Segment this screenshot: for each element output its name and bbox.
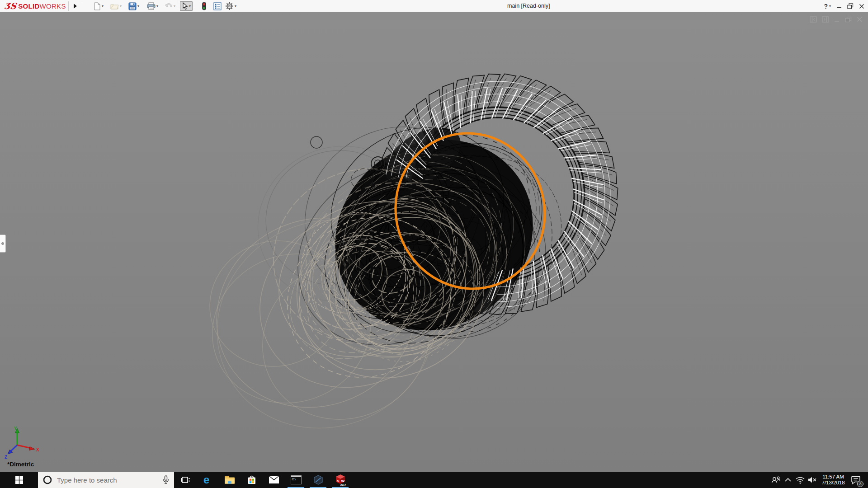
doc-close-button[interactable] [857, 16, 863, 23]
doc-restore-button[interactable] [845, 16, 852, 23]
gear-icon [225, 2, 234, 10]
featuremanager-tab-dot-icon [1, 242, 4, 245]
hexagon-app-icon [312, 474, 324, 486]
sw-icon-w: W [341, 479, 344, 483]
save-button[interactable]: ▾ [128, 1, 139, 11]
brand-name: SOLIDWORKS [18, 2, 66, 10]
taskbar-app-mail[interactable] [263, 472, 285, 488]
pane-right-button[interactable] [822, 16, 829, 23]
cortana-icon [42, 475, 52, 485]
featuremanager-collapsed-tab[interactable] [0, 235, 6, 253]
select-tool-button[interactable]: ▾ [180, 1, 193, 11]
solidworks-2017-icon: S W 2017 [334, 474, 347, 486]
action-center-button[interactable]: 3 [848, 472, 863, 488]
sw-icon-s: S [337, 479, 340, 483]
people-button[interactable] [769, 472, 782, 488]
undo-button[interactable]: ▾ [165, 1, 175, 11]
edge-icon: e [202, 474, 213, 486]
window-title: main [Read-only] [507, 0, 550, 12]
cmd-icon-text: C:\_ [292, 478, 297, 481]
print-button[interactable]: ▾ [147, 1, 158, 11]
clock-date: 7/13/2018 [818, 480, 848, 486]
solidworks-logo: ƷS SOLIDWORKS [5, 0, 66, 12]
model-viewport[interactable]: Y X Z *Dimetric [0, 12, 868, 472]
open-button[interactable]: ▾ [110, 1, 122, 11]
notification-badge: 3 [857, 481, 863, 487]
windows-logo-icon [15, 476, 23, 484]
new-document-button[interactable]: ▾ [93, 1, 104, 11]
help-button[interactable]: ? ▾ [824, 3, 831, 10]
taskbar-app-edge[interactable]: e [196, 472, 218, 488]
doc-minimize-button[interactable] [834, 16, 840, 23]
mail-icon [268, 475, 280, 485]
help-label: ? [824, 3, 828, 10]
print-icon [147, 2, 156, 10]
separator [68, 1, 69, 11]
taskbar-app-solidworks[interactable]: S W 2017 [329, 472, 351, 488]
task-pane-button[interactable] [213, 1, 222, 11]
dropdown-caret[interactable]: ▾ [829, 5, 831, 8]
titlebar: ƷS SOLIDWORKS ▾ ▾ ▾ [0, 0, 868, 12]
separator [82, 1, 82, 11]
network-button[interactable] [794, 472, 806, 488]
start-button[interactable] [0, 472, 38, 488]
flyout-arrow-icon [73, 3, 77, 9]
dropdown-caret[interactable]: ▾ [235, 5, 236, 8]
document-window-controls [810, 16, 863, 23]
speaker-muted-icon [807, 476, 817, 484]
taskbar-app-store[interactable] [241, 472, 263, 488]
selection-lights-button[interactable] [202, 1, 207, 11]
taskbar-app-hexagon[interactable] [307, 472, 329, 488]
dropdown-caret[interactable]: ▾ [156, 5, 158, 8]
wifi-icon [795, 476, 805, 484]
taskbar-clock[interactable]: 11:57 AM 7/13/2018 [818, 474, 848, 486]
clock-time: 11:57 AM [818, 474, 848, 480]
store-icon [246, 474, 257, 486]
dropdown-caret: ▾ [174, 5, 175, 8]
new-document-icon [93, 2, 101, 10]
close-button[interactable] [859, 4, 864, 9]
pane-left-button[interactable] [810, 16, 817, 23]
dropdown-caret[interactable]: ▾ [102, 5, 104, 8]
ds-logo-icon: ƷS [4, 2, 17, 10]
task-view-button[interactable] [174, 472, 196, 488]
view-orientation-label: *Dimetric [7, 461, 34, 468]
microphone-icon[interactable] [162, 475, 170, 484]
open-folder-icon [110, 3, 119, 10]
traffic-light-icon [202, 2, 207, 10]
search-input[interactable] [57, 476, 158, 484]
tray-overflow-button[interactable] [782, 472, 794, 488]
chevron-up-icon [784, 477, 792, 483]
dropdown-caret[interactable]: ▾ [137, 5, 139, 8]
taskbar-app-file-explorer[interactable] [218, 472, 241, 488]
svg-text:e: e [203, 474, 209, 486]
triad-y-label: Y [14, 426, 17, 431]
triad-x-label: X [36, 447, 39, 452]
volume-button[interactable] [806, 472, 818, 488]
save-floppy-icon [128, 2, 137, 10]
system-tray: 11:57 AM 7/13/2018 3 [769, 472, 868, 488]
file-explorer-icon [224, 474, 236, 485]
people-icon [771, 475, 781, 484]
undo-icon [165, 3, 173, 9]
taskbar-app-command-prompt[interactable]: C:\_ [285, 472, 307, 488]
sw-icon-year: 2017 [340, 483, 346, 486]
command-prompt-icon: C:\_ [290, 475, 302, 485]
triad-z-label: Z [5, 455, 7, 460]
engine-wireframe-canvas[interactable] [0, 12, 868, 472]
options-button[interactable]: ▾ [225, 1, 236, 11]
dropdown-caret[interactable]: ▾ [189, 5, 191, 8]
restore-button[interactable] [847, 3, 854, 9]
select-cursor-icon [182, 2, 188, 10]
ghost-ring [192, 222, 360, 385]
menu-flyout-button[interactable] [71, 2, 79, 10]
minimize-button[interactable] [836, 4, 842, 9]
taskbar-search[interactable] [38, 472, 174, 488]
task-view-icon [180, 474, 191, 485]
windows-taskbar: e C:\_ [0, 472, 868, 488]
detail-circle [311, 136, 322, 148]
dropdown-caret: ▾ [120, 5, 122, 8]
list-form-icon [213, 2, 222, 10]
